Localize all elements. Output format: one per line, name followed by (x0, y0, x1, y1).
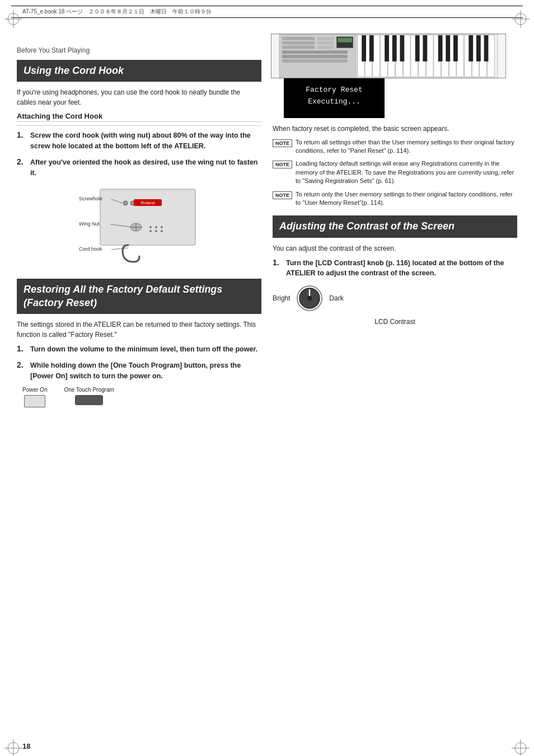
svg-point-70 (161, 226, 163, 228)
svg-rect-50 (438, 35, 443, 62)
note-label-3: NOTE (273, 191, 292, 199)
svg-rect-51 (446, 35, 450, 62)
keyboard-area (271, 34, 506, 84)
svg-point-69 (155, 226, 157, 228)
right-column: NOTE Do not turn off the power while the… (273, 60, 517, 413)
knob-row: Bright Dark (273, 284, 517, 312)
header-text: AT-75_e.book 18 ページ ２００８年８月２１日 木曜日 午前１０時… (22, 8, 212, 16)
svg-rect-15 (282, 45, 315, 49)
one-touch-label: One Touch Program (64, 387, 114, 393)
factory-reset-line1: Factory Reset (297, 84, 371, 96)
note-box-2: NOTE To return only the User memory sett… (273, 190, 517, 208)
svg-rect-48 (415, 35, 420, 62)
factory-reset-line2: Executing... (297, 96, 371, 108)
step-1-factory: 1. Turn down the volume to the minimum l… (17, 344, 261, 355)
svg-rect-19 (282, 50, 348, 54)
power-buttons-illustration: Power On One Touch Program (22, 387, 261, 407)
step-1-cord: 1. Screw the cord hook (with wing nut) a… (17, 130, 261, 152)
note-text-3: To return only the User memory settings … (296, 190, 517, 208)
svg-text:Screwhole: Screwhole (79, 196, 102, 201)
subsection-attaching-cord-hook: Attaching the Cord Hook (17, 112, 261, 122)
note-text-1: To return all settings other than the Us… (296, 138, 517, 156)
svg-rect-18 (317, 45, 334, 49)
svg-point-68 (149, 226, 152, 228)
page: AT-75_e.book 18 ページ ２００８年８月２１日 木曜日 午前１０時… (0, 6, 534, 756)
svg-rect-49 (423, 35, 427, 62)
reg-mark-bl (4, 739, 22, 756)
svg-rect-52 (453, 35, 458, 62)
factory-step-num-2: 2. (17, 360, 27, 382)
svg-rect-20 (282, 55, 348, 58)
svg-rect-46 (392, 35, 397, 62)
lcd-contrast-knob (296, 284, 324, 312)
svg-rect-45 (385, 35, 389, 62)
factory-step-text-1: Turn down the volume to the minimum leve… (30, 344, 261, 355)
factory-step-text-2: While holding down the [One Touch Progra… (30, 360, 261, 382)
step-num-1: 1. (17, 130, 27, 152)
reg-mark-br (512, 739, 530, 756)
svg-text:Wing Nut: Wing Nut (79, 221, 100, 227)
svg-point-72 (155, 230, 157, 232)
factory-step-num-1: 1. (17, 344, 27, 355)
note-label-2: NOTE (273, 161, 292, 168)
page-number: 18 (22, 742, 30, 750)
power-on-button-item: Power On (22, 387, 47, 407)
step-2-cord: 2. After you've oriented the hook as des… (17, 157, 261, 179)
step-1-contrast: 1. Turn the [LCD Contrast] knob (p. 116)… (273, 258, 517, 279)
dotted-divider (17, 125, 261, 126)
svg-point-79 (307, 296, 312, 300)
svg-rect-23 (338, 38, 352, 43)
cord-hook-illustration: Screwhole Wing Nut Cord hook (17, 184, 261, 273)
step-text-1: Screw the cord hook (with wing nut) abou… (30, 130, 261, 152)
section-factory-reset-heading: Restoring All the Factory Default Settin… (17, 279, 261, 314)
section-using-cord-hook-heading: Using the Cord Hook (17, 60, 261, 82)
svg-rect-55 (484, 35, 489, 62)
note-text-2: Loading factory default settings will er… (296, 159, 517, 185)
svg-rect-44 (369, 35, 374, 62)
svg-rect-53 (469, 35, 473, 62)
dark-label: Dark (329, 294, 343, 302)
left-column: Using the Cord Hook If you're using head… (17, 60, 261, 413)
one-touch-button-img (75, 395, 103, 405)
step-text-2: After you've oriented the hook as desire… (30, 157, 261, 179)
svg-rect-13 (282, 37, 315, 40)
contrast-step-text-1: Turn the [LCD Contrast] knob (p. 116) lo… (286, 258, 517, 279)
svg-point-71 (149, 230, 152, 232)
after-reset-text: When factory reset is completed, the bas… (273, 124, 517, 134)
header-bar: AT-75_e.book 18 ページ ２００８年８月２１日 木曜日 午前１０時… (11, 6, 523, 18)
svg-rect-17 (317, 41, 334, 45)
reg-mark-tr (512, 10, 530, 28)
cord-hook-intro: If you're using headphones, you can use … (17, 87, 261, 107)
reg-mark-tl (4, 10, 22, 28)
page-section-label: Before You Start Playing (17, 46, 90, 54)
svg-rect-54 (476, 35, 481, 62)
content-area: Using the Cord Hook If you're using head… (17, 60, 517, 413)
svg-rect-14 (282, 41, 315, 45)
contrast-step-num-1: 1. (273, 258, 283, 279)
svg-rect-56 (100, 189, 195, 245)
svg-line-62 (111, 248, 128, 250)
svg-rect-16 (317, 37, 334, 40)
svg-point-73 (161, 230, 163, 232)
svg-text:Roland: Roland (140, 200, 154, 205)
svg-rect-47 (400, 35, 404, 62)
step-2-factory: 2. While holding down the [One Touch Pro… (17, 360, 261, 382)
note-label-1: NOTE (273, 139, 292, 147)
svg-point-63 (123, 201, 128, 205)
keyboard-image (271, 34, 506, 78)
step-num-2: 2. (17, 157, 27, 179)
note-box-0: NOTE To return all settings other than t… (273, 138, 517, 156)
section-adjust-contrast-heading: Adjusting the Contrast of the Screen (273, 215, 517, 237)
note-box-1: NOTE Loading factory default settings wi… (273, 159, 517, 185)
power-on-label: Power On (22, 387, 47, 393)
svg-text:Cord hook: Cord hook (79, 246, 102, 252)
power-on-button-img (24, 395, 45, 407)
lcd-contrast-label: LCD Contrast (273, 318, 517, 326)
contrast-intro: You can adjust the contrast of the scree… (273, 243, 517, 253)
svg-rect-43 (362, 35, 366, 62)
one-touch-button-item: One Touch Program (64, 387, 114, 405)
factory-reset-intro: The settings stored in the ATELIER can b… (17, 320, 261, 340)
bright-label: Bright (273, 294, 290, 302)
svg-rect-21 (282, 59, 348, 63)
